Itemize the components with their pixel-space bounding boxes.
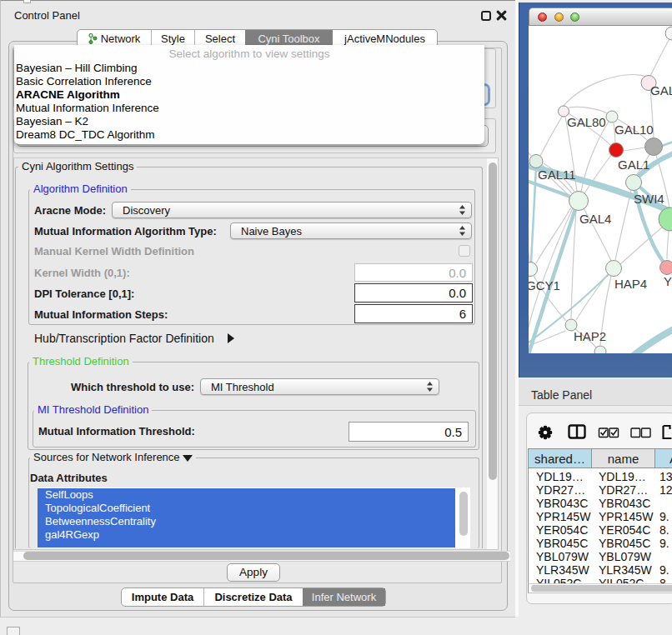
svg-text:HAP4: HAP4	[614, 277, 647, 291]
svg-text:GAL10: GAL10	[614, 122, 654, 137]
svg-text:GAL1: GAL1	[618, 158, 649, 172]
svg-text:GAL: GAL	[650, 83, 672, 98]
svg-text:GAL11: GAL11	[538, 168, 576, 182]
svg-text:GAL80: GAL80	[567, 115, 606, 129]
svg-text:GCY1: GCY1	[529, 278, 560, 292]
svg-text:Y: Y	[664, 274, 672, 288]
svg-text:HAP2: HAP2	[574, 329, 606, 343]
svg-text:SWI4: SWI4	[634, 192, 664, 206]
svg-text:GAL4: GAL4	[579, 212, 611, 226]
